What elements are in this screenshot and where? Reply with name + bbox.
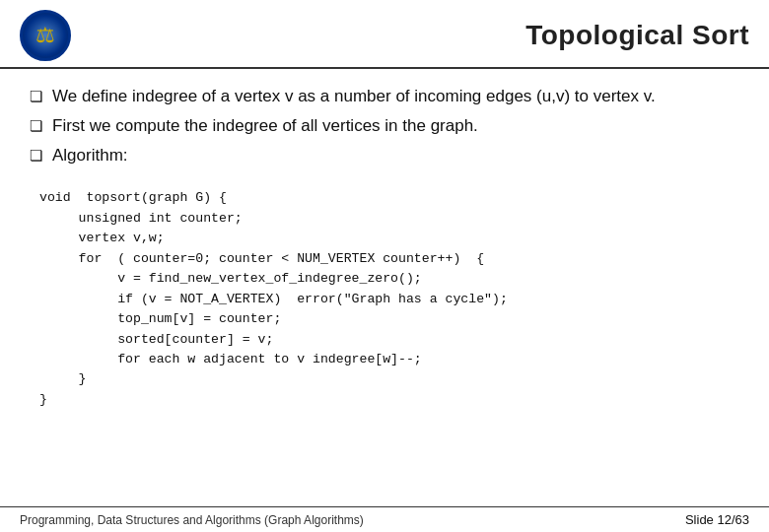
bullet-item-1: ❏ We define indegree of a vertex v as a … — [30, 85, 739, 108]
slide-container: ⚖ Topological Sort ❏ We define indegree … — [0, 0, 769, 532]
code-line-10: for each w adjacent to v indegree[w]--; — [39, 350, 739, 369]
footer: Programming, Data Structures and Algorit… — [0, 506, 769, 532]
slide-title: Topological Sort — [525, 20, 749, 51]
footer-right-text: Slide 12/63 — [685, 512, 749, 527]
code-line-12: } — [39, 390, 739, 410]
code-line-2: unsigned int counter; — [39, 209, 739, 229]
bullet-text-1: We define indegree of a vertex v as a nu… — [52, 85, 656, 108]
code-line-8: top_num[v] = counter; — [39, 309, 739, 329]
code-line-11: } — [39, 369, 739, 389]
code-line-6: v = find_new_vertex_of_indegree_zero(); — [39, 269, 739, 289]
bullet-text-2: First we compute the indegree of all ver… — [52, 114, 478, 138]
code-line-3: vertex v,w; — [39, 229, 739, 248]
code-block: void topsort(graph G) { unsigned int cou… — [39, 188, 739, 410]
code-line-5: for ( counter=0; counter < NUM_VERTEX co… — [39, 249, 739, 269]
bullet-icon-3: ❏ — [30, 145, 42, 166]
code-line-7: if (v = NOT_A_VERTEX) error("Graph has a… — [39, 290, 739, 309]
code-line-9: sorted[counter] = v; — [39, 330, 739, 350]
bullet-item-3: ❏ Algorithm: — [30, 144, 739, 167]
footer-left-text: Programming, Data Structures and Algorit… — [20, 513, 364, 527]
logo-inner: ⚖ — [23, 13, 68, 58]
bullet-icon-2: ❏ — [30, 115, 42, 136]
header: ⚖ Topological Sort — [0, 0, 769, 69]
main-content: ❏ We define indegree of a vertex v as a … — [0, 69, 769, 506]
eagle-icon: ⚖ — [35, 25, 55, 46]
bullet-item-2: ❏ First we compute the indegree of all v… — [30, 114, 739, 138]
logo-circle: ⚖ — [20, 10, 71, 61]
bullets-section: ❏ We define indegree of a vertex v as a … — [30, 85, 739, 172]
bullet-icon-1: ❏ — [30, 86, 42, 106]
code-line-1: void topsort(graph G) { — [39, 188, 739, 208]
logo-area: ⚖ — [20, 10, 71, 61]
bullet-text-3: Algorithm: — [52, 144, 128, 167]
